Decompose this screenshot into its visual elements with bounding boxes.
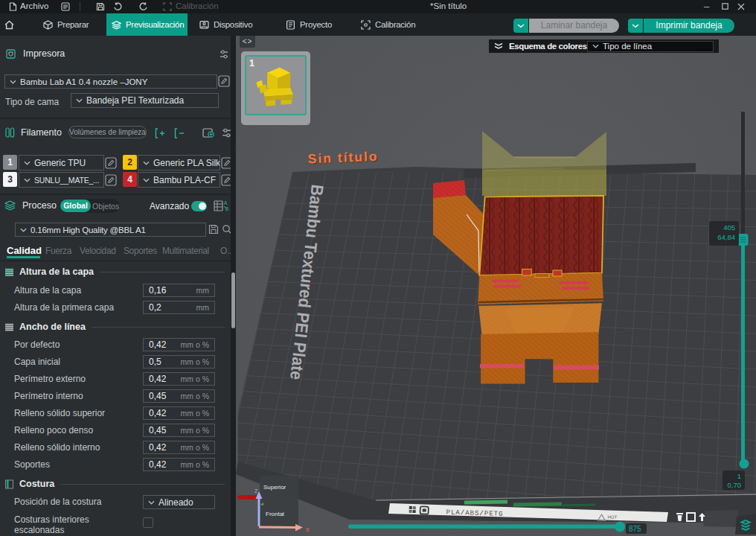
svg-text:A: A: [224, 200, 228, 205]
svg-text:x: x: [306, 526, 310, 533]
svg-text:Frontal: Frontal: [266, 511, 284, 517]
svg-text:1: 1: [737, 472, 741, 480]
svg-text:0,70: 0,70: [728, 481, 742, 489]
svg-text:875: 875: [629, 525, 641, 533]
svg-text:64,84: 64,84: [717, 233, 735, 241]
svg-text:HOT: HOT: [607, 514, 617, 519]
svg-text:405: 405: [723, 223, 735, 232]
svg-text:B: B: [225, 206, 228, 211]
svg-text:Sin título: Sin título: [307, 149, 379, 167]
svg-text:Superior: Superior: [263, 484, 286, 491]
svg-text:z: z: [254, 487, 258, 494]
